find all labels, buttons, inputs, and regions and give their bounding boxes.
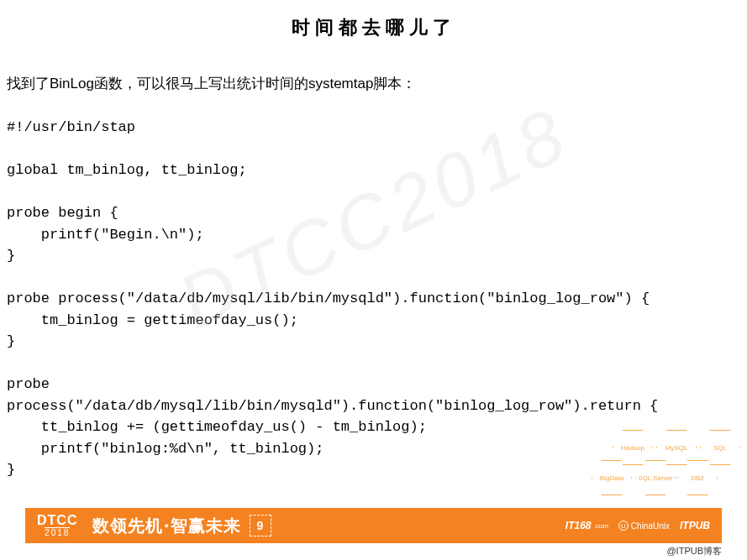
footer-brands: IT168 .com U ChinaUnix ITPUB [566, 520, 710, 531]
brand-chinaunix: U ChinaUnix [618, 521, 670, 531]
nine-icon: 9 [250, 515, 271, 536]
chinaunix-icon: U [618, 521, 629, 531]
footer-logo-dtcc: DTCC [37, 514, 77, 527]
attribution-text: @ITPUB博客 [666, 545, 722, 557]
footer-bar: DTCC 2018 数领先机 ● 智赢未来 9 IT168 .com U Chi… [25, 508, 722, 543]
slide-title: 时间都去哪儿了 [0, 0, 747, 40]
it168-suffix: .com [594, 522, 608, 530]
intro-text: 找到了BinLog函数，可以很马上写出统计时间的systemtap脚本： [7, 74, 740, 93]
chinaunix-text: ChinaUnix [631, 521, 670, 531]
code-block: #!/usr/bin/stap global tm_binlog, tt_bin… [7, 117, 740, 481]
content-area: 找到了BinLog函数，可以很马上写出统计时间的systemtap脚本： #!/… [0, 40, 747, 481]
footer-logo: DTCC 2018 [37, 514, 77, 537]
footer-slogan: 数领先机 ● 智赢未来 9 [92, 515, 271, 537]
brand-it168: IT168 .com [566, 520, 608, 531]
slogan-dot: ● [164, 521, 169, 530]
slogan-part1: 数领先机 [92, 515, 163, 537]
slide-container: 时间都去哪儿了 DTCC2018 找到了BinLog函数，可以很马上写出统计时间… [0, 0, 747, 560]
itpub-text: ITPUB [680, 520, 710, 531]
brand-itpub: ITPUB [680, 520, 710, 531]
slogan-part2: 智赢未来 [171, 515, 241, 537]
footer-logo-year: 2018 [45, 527, 70, 537]
it168-text: IT168 [566, 520, 592, 531]
